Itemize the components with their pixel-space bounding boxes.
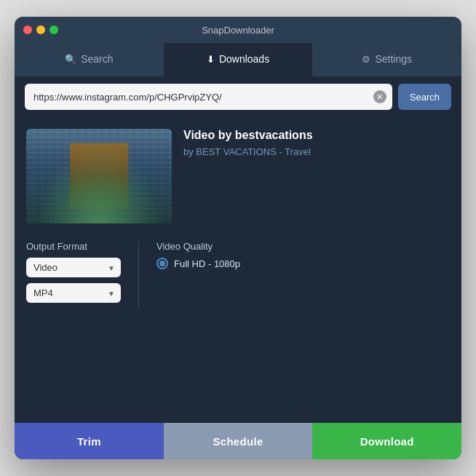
url-input-wrapper: ✕ [25,84,392,110]
quality-option-1080p[interactable]: Full HD - 1080p [156,258,450,269]
format-select[interactable]: MP4 MKV AVI MOV [26,283,121,303]
clear-button[interactable]: ✕ [373,90,386,103]
titlebar: SnapDownloader [15,17,461,43]
type-select-wrapper: Video Audio ▼ [26,258,121,277]
downloads-icon: ⬇ [207,54,215,65]
video-channel: by BEST VACATIONS - Travel [183,146,450,157]
bottom-bar: Trim Schedule Download [15,423,461,459]
tab-search[interactable]: 🔍 Search [15,43,164,76]
maximize-button[interactable] [49,25,58,34]
options-section: Output Format Video Audio ▼ MP4 MKV AVI … [26,241,450,309]
minimize-button[interactable] [36,25,45,34]
video-title: Video by bestvacations [183,129,450,142]
search-bar: ✕ Search [15,76,461,117]
search-icon: 🔍 [65,54,76,65]
quality-label-1080p: Full HD - 1080p [174,258,240,269]
close-button[interactable] [23,25,32,34]
radio-1080p[interactable] [156,258,168,269]
traffic-lights [23,25,58,34]
search-button[interactable]: Search [398,84,451,110]
tab-settings-label: Settings [375,53,412,65]
trim-button[interactable]: Trim [15,423,164,459]
radio-dot-1080p [159,261,165,266]
schedule-button[interactable]: Schedule [164,423,313,459]
output-format-group: Output Format Video Audio ▼ MP4 MKV AVI … [26,241,121,309]
app-window: SnapDownloader 🔍 Search ⬇ Downloads ⚙ Se… [15,17,461,459]
video-thumbnail [26,129,172,223]
tab-search-label: Search [81,53,113,65]
format-select-wrapper: MP4 MKV AVI MOV ▼ [26,283,121,303]
settings-icon: ⚙ [362,54,370,65]
main-content: Video by bestvacations by BEST VACATIONS… [15,117,461,423]
video-info: Video by bestvacations by BEST VACATIONS… [183,129,450,223]
thumbnail-bg [26,129,172,223]
download-button[interactable]: Download [312,423,461,459]
url-input[interactable] [31,92,373,103]
window-title: SnapDownloader [202,25,274,36]
type-select[interactable]: Video Audio [26,258,121,277]
tab-downloads-label: Downloads [219,53,269,65]
video-preview: Video by bestvacations by BEST VACATIONS… [26,129,450,223]
output-format-label: Output Format [26,241,121,252]
tab-downloads[interactable]: ⬇ Downloads [164,43,313,76]
video-quality-group: Video Quality Full HD - 1080p [138,241,450,309]
tab-settings[interactable]: ⚙ Settings [312,43,461,76]
thumbnail-overlay [26,129,172,223]
video-quality-label: Video Quality [156,241,450,252]
tab-bar: 🔍 Search ⬇ Downloads ⚙ Settings [15,43,461,76]
